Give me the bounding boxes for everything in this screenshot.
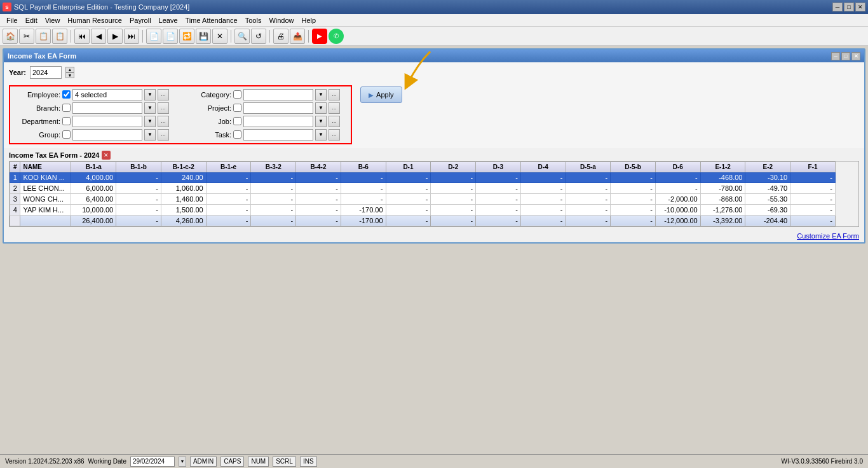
table-row[interactable]: 4YAP KIM H...10,000.00-1,500.00----170.0… xyxy=(10,204,836,215)
separator-2 xyxy=(142,30,143,43)
panel-minimize-button[interactable]: ─ xyxy=(831,52,840,60)
group-checkbox[interactable] xyxy=(62,130,71,139)
panel-close-button[interactable]: ✕ xyxy=(851,52,860,60)
department-label: Department: xyxy=(13,118,60,125)
col-e12: E-1-2 xyxy=(700,162,745,172)
table-close-button[interactable]: ✕ xyxy=(102,151,111,160)
table-row[interactable]: 1KOO KIAN ...4,000.00-240.00------------… xyxy=(10,172,836,182)
table-title-row: Income Tax EA Form - 2024 ✕ xyxy=(9,151,859,160)
youtube-button[interactable]: ▶ xyxy=(312,29,327,44)
department-more-button[interactable]: … xyxy=(158,116,169,127)
paste-button[interactable]: 📋 xyxy=(52,29,67,44)
menu-human-resource[interactable]: Human Resource xyxy=(64,15,126,26)
menu-file[interactable]: File xyxy=(3,15,22,26)
whatsapp-button[interactable]: ✆ xyxy=(329,29,344,44)
filter-grid-container: Employee: ▼ … Category: ▼ … Branch: xyxy=(9,85,352,144)
apply-button[interactable]: ▶ Apply xyxy=(360,86,402,103)
export-button[interactable]: 📤 xyxy=(290,29,305,44)
category-filter-row: Category: ▼ … xyxy=(184,89,348,100)
menu-window[interactable]: Window xyxy=(265,15,297,26)
job-input[interactable] xyxy=(243,116,313,127)
branch-more-button[interactable]: … xyxy=(158,102,169,114)
minimize-button[interactable]: ─ xyxy=(832,3,843,11)
menu-time-attendance[interactable]: Time Attendance xyxy=(182,15,241,26)
project-input[interactable] xyxy=(243,102,313,114)
employee-more-button[interactable]: … xyxy=(158,89,169,100)
employee-input[interactable] xyxy=(72,89,142,100)
prev-button[interactable]: ◀ xyxy=(91,29,106,44)
col-d6: D-6 xyxy=(656,162,701,172)
refresh-button[interactable]: 🔁 xyxy=(179,29,194,44)
col-f1: F-1 xyxy=(790,162,836,172)
category-dropdown-button[interactable]: ▼ xyxy=(315,89,327,100)
menu-bar: File Edit View Human Resource Payroll Le… xyxy=(0,14,868,27)
department-dropdown-button[interactable]: ▼ xyxy=(144,116,156,127)
task-input[interactable] xyxy=(243,129,313,141)
year-input[interactable] xyxy=(30,66,62,79)
job-more-button[interactable]: … xyxy=(329,116,340,127)
department-filter-row: Department: ▼ … xyxy=(13,116,177,127)
save-button[interactable]: 💾 xyxy=(196,29,211,44)
apply-label: Apply xyxy=(376,91,394,99)
category-checkbox[interactable] xyxy=(233,90,241,99)
edit-button[interactable]: 📄 xyxy=(163,29,178,44)
undo-button[interactable]: ↺ xyxy=(251,29,266,44)
data-table: # NAME B-1-a B-1-b B-1-c-2 B-1-e B-3-2 B… xyxy=(10,162,836,226)
col-b1b: B-1-b xyxy=(116,162,161,172)
search-button[interactable]: 🔍 xyxy=(234,29,250,44)
table-header-row: # NAME B-1-a B-1-b B-1-c-2 B-1-e B-3-2 B… xyxy=(10,162,836,172)
branch-input[interactable] xyxy=(72,102,142,114)
year-down-button[interactable]: ▼ xyxy=(65,72,74,78)
cut-button[interactable]: ✂ xyxy=(19,29,34,44)
group-filter-row: Group: ▼ … xyxy=(13,129,177,141)
table-row[interactable]: 3WONG CH...6,400.00-1,460.00-----------2… xyxy=(10,193,836,204)
branch-checkbox[interactable] xyxy=(62,104,71,112)
task-checkbox[interactable] xyxy=(233,130,241,139)
department-checkbox[interactable] xyxy=(62,117,71,125)
maximize-button[interactable]: □ xyxy=(844,3,854,11)
job-checkbox[interactable] xyxy=(233,117,241,125)
panel-maximize-button[interactable]: □ xyxy=(841,52,850,60)
first-button[interactable]: ⏮ xyxy=(74,29,90,44)
project-dropdown-button[interactable]: ▼ xyxy=(315,102,327,114)
category-input[interactable] xyxy=(243,89,313,100)
category-more-button[interactable]: … xyxy=(329,89,340,100)
col-num: # xyxy=(10,162,20,172)
col-b6: B-6 xyxy=(341,162,386,172)
filter-grid: Employee: ▼ … Category: ▼ … Branch: xyxy=(13,89,348,141)
menu-payroll[interactable]: Payroll xyxy=(126,15,155,26)
close-button[interactable]: ✕ xyxy=(855,3,865,11)
app-icon: S xyxy=(3,3,11,11)
employee-dropdown-button[interactable]: ▼ xyxy=(144,89,156,100)
year-spinner: ▲ ▼ xyxy=(65,67,74,78)
task-dropdown-button[interactable]: ▼ xyxy=(315,129,327,141)
menu-tools[interactable]: Tools xyxy=(241,15,266,26)
group-input[interactable] xyxy=(72,129,142,141)
group-more-button[interactable]: … xyxy=(158,129,169,141)
print-button[interactable]: 🖨 xyxy=(273,29,288,44)
branch-label: Branch: xyxy=(13,104,60,112)
home-button[interactable]: 🏠 xyxy=(3,29,18,44)
year-up-button[interactable]: ▲ xyxy=(65,67,74,72)
employee-checkbox[interactable] xyxy=(62,90,71,99)
table-row[interactable]: 2LEE CHON...6,000.00-1,060.00-----------… xyxy=(10,182,836,193)
branch-dropdown-button[interactable]: ▼ xyxy=(144,102,156,114)
last-button[interactable]: ⏭ xyxy=(124,29,139,44)
project-checkbox[interactable] xyxy=(233,104,241,112)
menu-edit[interactable]: Edit xyxy=(22,15,41,26)
cancel-button[interactable]: ✕ xyxy=(212,29,227,44)
menu-leave[interactable]: Leave xyxy=(155,15,182,26)
copy-button[interactable]: 📋 xyxy=(36,29,51,44)
toolbar: 🏠 ✂ 📋 📋 ⏮ ◀ ▶ ⏭ 📄 📄 🔁 💾 ✕ 🔍 ↺ 🖨 📤 ▶ ✆ xyxy=(0,27,868,46)
department-input[interactable] xyxy=(72,116,142,127)
menu-help[interactable]: Help xyxy=(298,15,320,26)
group-dropdown-button[interactable]: ▼ xyxy=(144,129,156,141)
next-button[interactable]: ▶ xyxy=(107,29,123,44)
job-dropdown-button[interactable]: ▼ xyxy=(315,116,327,127)
task-more-button[interactable]: … xyxy=(329,129,340,141)
new-button[interactable]: 📄 xyxy=(146,29,161,44)
menu-view[interactable]: View xyxy=(41,15,64,26)
project-more-button[interactable]: … xyxy=(329,102,340,114)
col-b1a: B-1-a xyxy=(71,162,116,172)
customize-ea-form-link[interactable]: Customize EA Form xyxy=(797,232,859,240)
